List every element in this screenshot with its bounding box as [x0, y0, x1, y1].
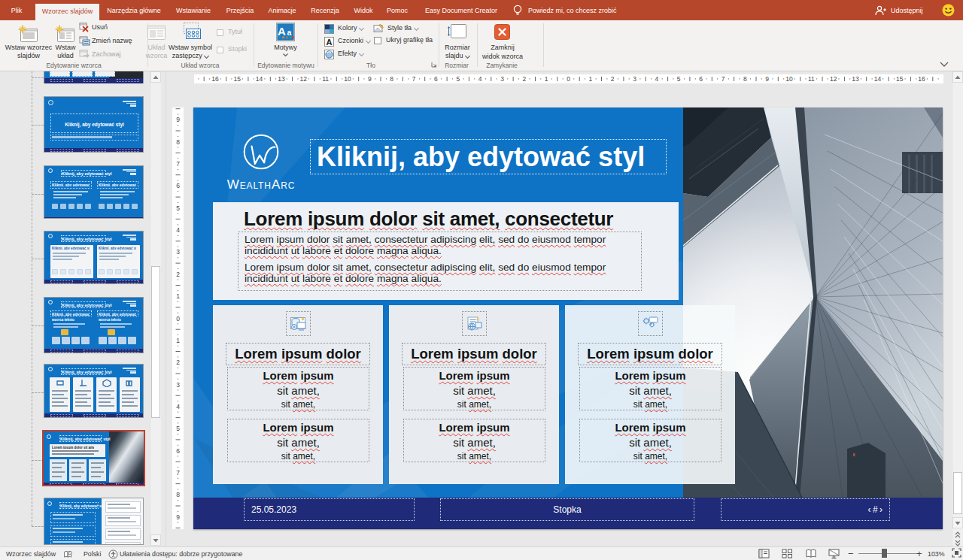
svg-text:4: 4	[478, 75, 482, 83]
svg-text:6: 6	[434, 75, 438, 83]
svg-text:7: 7	[412, 75, 416, 83]
svg-text:8: 8	[390, 75, 393, 83]
svg-text:6: 6	[699, 75, 703, 83]
svg-text:a: a	[287, 28, 292, 37]
svg-text:3: 3	[176, 381, 180, 389]
svg-text:16: 16	[211, 75, 219, 83]
svg-text:3: 3	[500, 75, 504, 83]
svg-text:11: 11	[322, 75, 329, 83]
svg-text:4: 4	[176, 403, 180, 410]
svg-text:3: 3	[176, 248, 180, 256]
svg-text:11: 11	[808, 75, 815, 83]
svg-text:2: 2	[176, 359, 180, 366]
svg-text:5: 5	[456, 75, 460, 83]
svg-text:1: 1	[545, 75, 548, 83]
svg-text:7: 7	[721, 75, 725, 83]
svg-text:6: 6	[176, 447, 180, 455]
svg-text:9: 9	[765, 75, 769, 83]
svg-text:9: 9	[368, 75, 372, 83]
svg-text:1: 1	[176, 337, 180, 344]
svg-text:15: 15	[896, 75, 904, 83]
svg-text:8: 8	[176, 491, 180, 498]
svg-text:5: 5	[176, 425, 180, 432]
svg-text:5: 5	[677, 75, 681, 83]
svg-text:13: 13	[852, 75, 859, 83]
svg-text:15: 15	[233, 75, 241, 83]
svg-text:A: A	[327, 38, 333, 47]
svg-text:4: 4	[655, 75, 659, 83]
svg-text:1: 1	[176, 292, 180, 300]
svg-text:7: 7	[176, 160, 180, 168]
svg-text:8: 8	[176, 138, 180, 146]
svg-text:8: 8	[743, 75, 747, 83]
svg-text:2: 2	[176, 271, 180, 278]
svg-text:12: 12	[830, 75, 837, 83]
svg-text:14: 14	[256, 75, 263, 83]
svg-text:16: 16	[918, 75, 925, 83]
svg-text:5: 5	[176, 204, 180, 212]
svg-text:9: 9	[176, 116, 180, 123]
svg-text:4: 4	[176, 226, 180, 234]
svg-text:13: 13	[278, 75, 285, 83]
svg-text:2: 2	[611, 75, 615, 83]
svg-text:0: 0	[176, 315, 180, 322]
svg-text:2: 2	[522, 75, 526, 83]
svg-text:12: 12	[300, 75, 308, 83]
svg-text:7: 7	[176, 469, 180, 477]
svg-text:10: 10	[785, 75, 793, 83]
svg-text:6: 6	[176, 182, 180, 189]
svg-text:0: 0	[567, 75, 570, 83]
svg-text:10: 10	[344, 75, 351, 83]
svg-text:14: 14	[874, 75, 882, 83]
svg-text:A: A	[278, 25, 286, 38]
svg-text:9: 9	[176, 513, 180, 521]
svg-text:1: 1	[589, 75, 593, 83]
svg-text:3: 3	[633, 75, 636, 83]
